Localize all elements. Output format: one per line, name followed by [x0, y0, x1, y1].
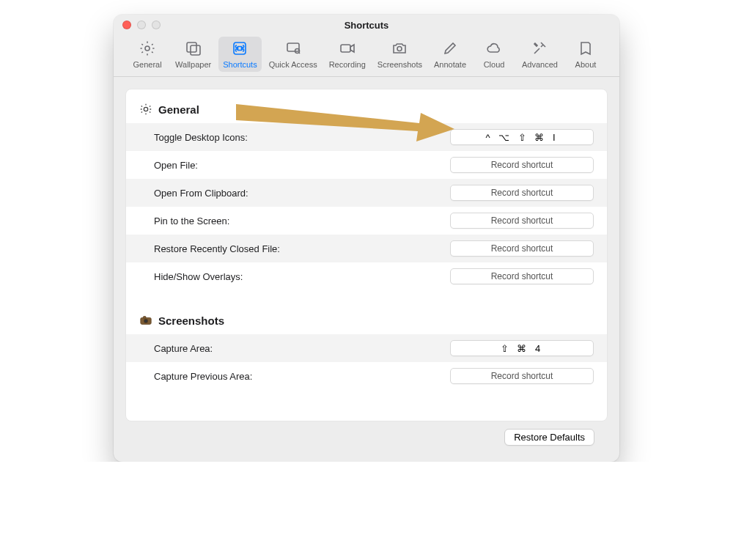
tab-shortcuts[interactable]: Shortcuts [218, 37, 261, 72]
tab-recording[interactable]: Recording [325, 37, 370, 72]
about-icon [577, 40, 594, 59]
tab-label: Screenshots [377, 60, 422, 69]
section-screenshots: Screenshots Capture Area: ⇧ ⌘ 4 Capture … [126, 311, 607, 390]
cloud-icon [485, 40, 503, 59]
shortcut-row: Toggle Desktop Icons: ^ ⌥ ⇧ ⌘ I [126, 123, 607, 151]
shortcut-row: Pin to the Screen: Record shortcut [126, 207, 607, 235]
quickaccess-icon [284, 40, 302, 59]
gear-icon [139, 40, 156, 59]
shortcut-row: Open File: Record shortcut [126, 151, 607, 179]
svg-rect-12 [143, 317, 146, 319]
shortcut-input-pin-to-screen[interactable]: Record shortcut [450, 213, 594, 229]
section-title: Screenshots [158, 314, 224, 327]
shortcut-input-restore-closed[interactable]: Record shortcut [450, 240, 594, 257]
tab-label: Wallpaper [175, 60, 211, 69]
shortcut-label: Capture Area: [154, 343, 213, 354]
camera-icon [391, 40, 408, 59]
tab-wallpaper[interactable]: Wallpaper [171, 37, 216, 72]
shortcut-label: Restore Recently Closed File: [154, 243, 280, 254]
toolbar: General Wallpaper Shortcuts [114, 35, 619, 77]
tab-cloud[interactable]: Cloud [474, 37, 515, 72]
svg-point-11 [144, 319, 147, 323]
svg-rect-4 [287, 43, 299, 51]
tab-quick-access[interactable]: Quick Access [265, 37, 322, 72]
window-title: Shortcuts [114, 20, 619, 31]
command-icon [231, 40, 248, 59]
shortcut-input-open-file[interactable]: Record shortcut [450, 157, 594, 173]
tab-about[interactable]: About [565, 37, 606, 72]
section-general: General Toggle Desktop Icons: ^ ⌥ ⇧ ⌘ I … [126, 100, 607, 290]
tab-label: Quick Access [269, 60, 317, 69]
tab-label: Shortcuts [223, 60, 257, 69]
svg-rect-2 [191, 45, 200, 55]
tab-label: Recording [329, 60, 366, 69]
tab-label: Advanced [522, 60, 558, 69]
shortcut-row: Restore Recently Closed File: Record sho… [126, 235, 607, 262]
shortcut-input-capture-previous-area[interactable]: Record shortcut [450, 368, 594, 384]
shortcuts-card: General Toggle Desktop Icons: ^ ⌥ ⇧ ⌘ I … [125, 89, 608, 421]
shortcut-label: Hide/Show Overlays: [154, 271, 243, 282]
svg-rect-1 [187, 43, 196, 52]
screenshots-small-icon [139, 314, 152, 327]
recording-icon [339, 40, 356, 59]
shortcut-label: Open File: [154, 160, 198, 171]
shortcut-label: Open From Clipboard: [154, 188, 248, 199]
wallpaper-icon [185, 40, 202, 59]
footer: Restore Defaults [125, 421, 608, 450]
svg-point-7 [397, 47, 402, 51]
content-area: General Toggle Desktop Icons: ^ ⌥ ⇧ ⌘ I … [114, 77, 619, 462]
restore-defaults-button[interactable]: Restore Defaults [504, 429, 594, 446]
tab-screenshots[interactable]: Screenshots [373, 37, 427, 72]
preferences-window: Shortcuts General Wallpaper [114, 15, 619, 462]
svg-point-9 [144, 107, 147, 111]
tab-label: General [133, 60, 161, 69]
shortcut-input-hide-show-overlays[interactable]: Record shortcut [450, 268, 594, 284]
shortcut-row: Capture Previous Area: Record shortcut [126, 362, 607, 390]
tab-general[interactable]: General [127, 37, 168, 72]
tab-advanced[interactable]: Advanced [517, 37, 562, 72]
shortcut-input-open-from-clipboard[interactable]: Record shortcut [450, 185, 594, 201]
shortcut-row: Hide/Show Overlays: Record shortcut [126, 262, 607, 290]
tab-annotate[interactable]: Annotate [430, 37, 471, 72]
tab-label: Cloud [484, 60, 505, 69]
shortcut-label: Pin to the Screen: [154, 215, 229, 226]
svg-rect-6 [341, 45, 350, 52]
section-screenshots-header: Screenshots [126, 311, 607, 334]
tab-label: About [575, 60, 597, 69]
shortcut-label: Capture Previous Area: [154, 371, 252, 382]
tab-label: Annotate [434, 60, 466, 69]
section-general-header: General [126, 100, 607, 123]
svg-rect-3 [234, 43, 246, 54]
shortcut-row: Open From Clipboard: Record shortcut [126, 179, 607, 207]
shortcut-input-capture-area[interactable]: ⇧ ⌘ 4 [450, 340, 594, 356]
tools-icon [531, 40, 548, 59]
pencil-icon [441, 40, 459, 59]
shortcut-label: Toggle Desktop Icons: [154, 132, 248, 143]
titlebar: Shortcuts [114, 15, 619, 35]
section-title: General [158, 103, 199, 116]
gear-small-icon [139, 103, 152, 116]
shortcut-row: Capture Area: ⇧ ⌘ 4 [126, 334, 607, 362]
shortcut-input-toggle-desktop-icons[interactable]: ^ ⌥ ⇧ ⌘ I [450, 129, 594, 145]
svg-point-0 [145, 46, 150, 51]
